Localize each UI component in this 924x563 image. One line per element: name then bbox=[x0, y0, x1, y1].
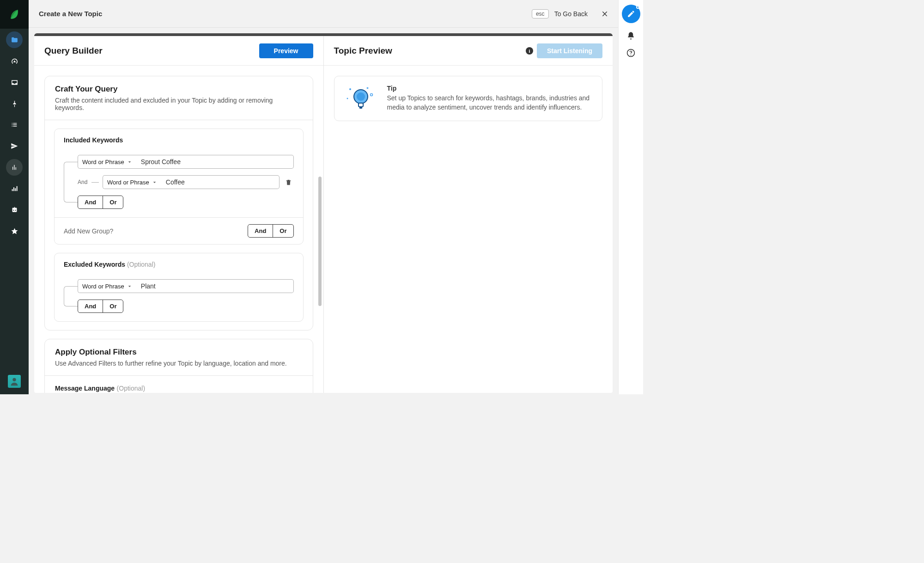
compose-icon bbox=[627, 10, 635, 18]
notifications-button[interactable] bbox=[626, 31, 635, 40]
craft-subtitle: Craft the content included and excluded … bbox=[55, 97, 303, 111]
and-option[interactable]: And bbox=[78, 196, 103, 208]
close-icon bbox=[602, 11, 608, 17]
tip-body: Set up Topics to search for keywords, ha… bbox=[387, 94, 592, 112]
language-optional: (Optional) bbox=[117, 385, 145, 392]
preview-button[interactable]: Preview bbox=[259, 43, 313, 58]
svg-rect-6 bbox=[359, 103, 363, 107]
svg-point-2 bbox=[370, 94, 372, 96]
group-or-option[interactable]: Or bbox=[273, 225, 293, 237]
nav-item-inbox[interactable] bbox=[6, 74, 23, 91]
chevron-down-icon bbox=[127, 159, 132, 165]
included-heading: Included Keywords bbox=[55, 129, 303, 151]
user-avatar[interactable] bbox=[8, 375, 21, 388]
info-icon[interactable]: i bbox=[526, 47, 533, 55]
esc-key-hint: esc bbox=[532, 9, 549, 18]
app-logo[interactable] bbox=[0, 0, 29, 29]
and-or-toggle[interactable]: And Or bbox=[78, 300, 123, 313]
tip-title: Tip bbox=[387, 85, 592, 92]
join-label: And bbox=[78, 179, 88, 185]
nav-item-bot[interactable] bbox=[6, 202, 23, 218]
and-option[interactable]: And bbox=[78, 300, 103, 312]
add-new-group-label: Add New Group? bbox=[64, 227, 113, 235]
or-option[interactable]: Or bbox=[103, 300, 123, 312]
bar-chart-icon bbox=[11, 185, 18, 192]
topic-preview-title: Topic Preview bbox=[334, 46, 392, 56]
or-option[interactable]: Or bbox=[103, 196, 123, 208]
go-back-label: To Go Back bbox=[554, 10, 588, 18]
topic-preview-panel: Topic Preview i Start Listening bbox=[324, 36, 613, 393]
help-icon bbox=[626, 49, 635, 57]
language-heading: Message Language bbox=[55, 385, 115, 392]
star-icon bbox=[11, 227, 18, 235]
bell-icon bbox=[626, 31, 635, 40]
svg-point-0 bbox=[12, 378, 16, 381]
person-icon bbox=[9, 376, 19, 386]
lightbulb-illustration bbox=[345, 85, 377, 112]
list-icon bbox=[11, 121, 18, 129]
optional-label: (Optional) bbox=[127, 261, 155, 268]
equalizer-icon bbox=[11, 164, 18, 171]
help-button[interactable] bbox=[626, 49, 635, 57]
keyword-type-select[interactable]: Word or Phrase bbox=[78, 279, 136, 293]
top-bar: Create a New Topic esc To Go Back bbox=[29, 0, 618, 28]
right-rail bbox=[618, 0, 643, 394]
and-or-toggle[interactable]: And Or bbox=[78, 196, 123, 209]
optional-filters-card: Apply Optional Filters Use Advanced Filt… bbox=[44, 339, 313, 393]
filters-subtitle: Use Advanced Filters to further refine y… bbox=[55, 360, 303, 367]
query-builder-title: Query Builder bbox=[44, 46, 103, 56]
chevron-down-icon bbox=[152, 180, 157, 185]
svg-point-3 bbox=[346, 98, 348, 99]
keyword-input[interactable]: Coffee bbox=[161, 175, 280, 189]
trash-icon bbox=[285, 179, 292, 186]
group-and-or-toggle[interactable]: And Or bbox=[248, 224, 293, 238]
excluded-keywords-section: Excluded Keywords (Optional) bbox=[54, 253, 304, 322]
keyword-type-select[interactable]: Word or Phrase bbox=[78, 155, 136, 169]
pin-icon bbox=[11, 100, 18, 107]
robot-icon bbox=[11, 206, 18, 214]
keyword-input[interactable]: Sprout Coffee bbox=[136, 155, 294, 169]
nav-item-send[interactable] bbox=[6, 138, 23, 154]
delete-keyword-button[interactable] bbox=[283, 179, 294, 186]
svg-point-5 bbox=[357, 92, 365, 101]
gauge-icon bbox=[11, 57, 18, 65]
nav-item-folder[interactable] bbox=[6, 31, 23, 48]
query-builder-panel: Query Builder Preview Craft Your Query C… bbox=[34, 36, 324, 393]
svg-rect-7 bbox=[359, 107, 362, 109]
craft-title: Craft Your Query bbox=[55, 85, 303, 94]
filters-title: Apply Optional Filters bbox=[55, 348, 303, 357]
keyword-input[interactable]: Plant bbox=[136, 279, 294, 293]
nav-item-pin[interactable] bbox=[6, 95, 23, 112]
craft-query-card: Craft Your Query Craft the content inclu… bbox=[44, 76, 313, 330]
nav-item-list[interactable] bbox=[6, 116, 23, 133]
leaf-icon bbox=[8, 8, 20, 20]
svg-point-1 bbox=[349, 88, 351, 90]
chevron-down-icon bbox=[127, 284, 132, 289]
page-title: Create a New Topic bbox=[39, 10, 102, 18]
compose-button[interactable] bbox=[622, 5, 640, 23]
keyword-type-select[interactable]: Word or Phrase bbox=[103, 175, 161, 189]
included-keywords-section: Included Keywords Word or Phrase bbox=[54, 129, 304, 245]
tip-card: Tip Set up Topics to search for keywords… bbox=[334, 76, 603, 121]
inbox-icon bbox=[11, 79, 18, 86]
folder-icon bbox=[11, 36, 18, 44]
nav-item-reports[interactable] bbox=[6, 180, 23, 197]
nav-item-dashboard[interactable] bbox=[6, 53, 23, 69]
excluded-heading: Excluded Keywords bbox=[64, 261, 125, 268]
nav-item-star[interactable] bbox=[6, 223, 23, 239]
scrollbar-thumb[interactable] bbox=[318, 177, 322, 306]
paper-plane-icon bbox=[11, 142, 18, 150]
left-sidebar bbox=[0, 0, 29, 394]
nav-item-listening[interactable] bbox=[6, 159, 23, 176]
start-listening-button[interactable]: Start Listening bbox=[537, 43, 602, 58]
group-and-option[interactable]: And bbox=[248, 225, 273, 237]
close-button[interactable] bbox=[602, 11, 608, 17]
